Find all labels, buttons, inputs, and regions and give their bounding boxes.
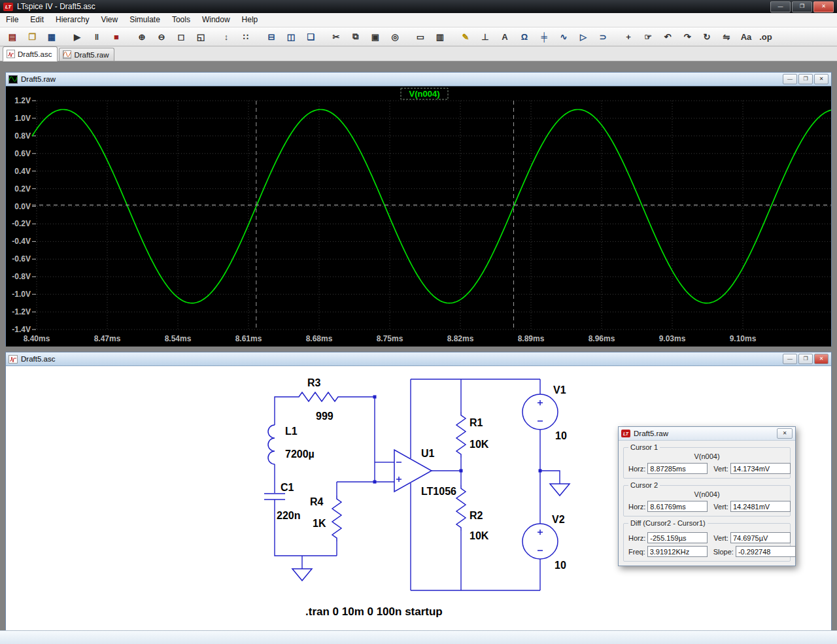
run-button[interactable]: ▶ — [68, 29, 86, 44]
freq-field[interactable] — [647, 546, 708, 557]
schematic-maximize-button[interactable]: ❐ — [798, 354, 813, 364]
trace-vn004[interactable] — [32, 110, 831, 303]
menu-tools[interactable]: Tools — [166, 13, 196, 27]
component-button[interactable]: ⊃ — [594, 29, 612, 44]
label-v1-value[interactable]: 10 — [555, 430, 567, 441]
wire-c1-gnd[interactable] — [275, 500, 337, 556]
net-label-button[interactable]: A — [496, 29, 514, 44]
schematic-minimize-button[interactable]: — — [783, 354, 797, 364]
ground-button[interactable]: ⊥ — [476, 29, 494, 44]
copy-button[interactable]: ⧉ — [347, 29, 365, 44]
slope-field[interactable] — [736, 546, 796, 557]
schematic-window-titlebar[interactable]: Draft5.asc — ❐ ✕ — [6, 352, 831, 366]
menu-window[interactable]: Window — [196, 13, 236, 27]
open-file-button[interactable]: ❐ — [23, 29, 41, 44]
pause-button[interactable]: ‖ — [88, 29, 106, 44]
menu-simulate[interactable]: Simulate — [124, 13, 166, 27]
label-v1-name[interactable]: V1 — [553, 384, 566, 396]
opamp-U1[interactable] — [394, 379, 461, 590]
tile-vertical-button[interactable]: ◫ — [282, 29, 300, 44]
label-v2-value[interactable]: 10 — [555, 560, 566, 571]
cascade-button[interactable]: ❏ — [301, 29, 320, 44]
cut-button[interactable]: ✂ — [327, 29, 345, 44]
print-button[interactable]: ▥ — [431, 29, 449, 44]
restore-button[interactable]: ❐ — [792, 1, 812, 12]
label-l1-name[interactable]: L1 — [285, 426, 298, 437]
wire-pencil-button[interactable]: ✎ — [456, 29, 475, 44]
cursor-dialog-close-button[interactable]: ✕ — [777, 428, 793, 439]
close-button[interactable]: ✕ — [813, 1, 834, 12]
label-r4-name[interactable]: R4 — [310, 496, 324, 507]
menu-help[interactable]: Help — [236, 13, 264, 27]
menu-hierarchy[interactable]: Hierarchy — [50, 13, 95, 27]
waveform-close-button[interactable]: ✕ — [814, 74, 828, 84]
minimize-button[interactable]: — — [770, 1, 791, 12]
label-u1-value[interactable]: LT1056 — [421, 486, 456, 497]
halt-button[interactable]: ■ — [107, 29, 126, 44]
wire-tank-top[interactable] — [275, 397, 296, 425]
menu-view[interactable]: View — [95, 13, 124, 27]
label-u1-name[interactable]: U1 — [421, 448, 435, 459]
label-r4-value[interactable]: 1K — [313, 518, 326, 529]
diode-button[interactable]: ▷ — [574, 29, 592, 44]
waveform-plot[interactable]: 1.2V1.0V0.8V0.6V0.4V0.2V0.0V-0.2V-0.4V-0… — [6, 86, 831, 347]
resistor-button[interactable]: Ω — [515, 29, 534, 44]
find-button[interactable]: ◎ — [386, 29, 404, 44]
tab-draft5-asc[interactable]: Draft5.asc — [3, 46, 58, 61]
ground-symbol-right[interactable] — [540, 471, 570, 496]
label-c1-value[interactable]: 220n — [277, 510, 300, 521]
diff-horz-field[interactable] — [647, 532, 708, 543]
label-l1-value[interactable]: 7200µ — [285, 449, 315, 460]
capacitor-button[interactable]: ╪ — [535, 29, 553, 44]
cursor2-vert-field[interactable] — [730, 501, 791, 512]
schematic-close-button[interactable]: ✕ — [814, 354, 828, 364]
autorange-button[interactable]: ↕ — [217, 29, 235, 44]
menu-edit[interactable]: Edit — [24, 13, 50, 27]
resistor-R2[interactable] — [456, 471, 466, 590]
waveform-maximize-button[interactable]: ❐ — [798, 74, 813, 84]
ground-symbol-left[interactable] — [292, 569, 312, 581]
redo-button[interactable]: ↷ — [678, 29, 696, 44]
move-button[interactable]: + — [619, 29, 638, 44]
resistor-R1[interactable] — [456, 379, 466, 471]
tile-horizontal-button[interactable]: ⊟ — [262, 29, 281, 44]
voltage-source-V2[interactable] — [522, 471, 558, 590]
label-r2-name[interactable]: R2 — [470, 510, 483, 521]
label-v2-name[interactable]: V2 — [552, 514, 565, 525]
rotate-button[interactable]: ↻ — [698, 29, 716, 44]
save-button[interactable]: ▦ — [43, 29, 61, 44]
mirror-button[interactable]: ⇋ — [717, 29, 736, 44]
resistor-R4[interactable] — [332, 482, 341, 556]
label-c1-name[interactable]: C1 — [281, 482, 294, 493]
menu-file[interactable]: File — [0, 13, 24, 27]
zoom-out-button[interactable]: ⊖ — [152, 29, 171, 44]
spice-directive-button[interactable]: .op — [757, 29, 775, 44]
label-r3-name[interactable]: R3 — [307, 377, 321, 388]
undo-button[interactable]: ↶ — [658, 29, 677, 44]
waveform-minimize-button[interactable]: — — [783, 74, 797, 84]
zoom-area-button[interactable]: ◻ — [172, 29, 190, 44]
resistor-R3[interactable] — [296, 392, 375, 401]
new-schematic-button[interactable]: ▤ — [3, 29, 22, 44]
tab-draft5-raw[interactable]: Draft5.raw — [59, 48, 114, 61]
paste-button[interactable]: ▣ — [366, 29, 384, 44]
cursor-dialog-titlebar[interactable]: LT Draft5.raw ✕ — [619, 427, 795, 441]
print-preview-button[interactable]: ▭ — [411, 29, 430, 44]
zoom-in-button[interactable]: ⊕ — [133, 29, 151, 44]
spice-directive-text[interactable]: .tran 0 10m 0 100n startup — [305, 605, 443, 618]
inductor-button[interactable]: ∿ — [555, 29, 573, 44]
capacitor-C1[interactable] — [264, 494, 285, 500]
voltage-source-V1[interactable] — [522, 379, 558, 471]
grid-button[interactable]: ∷ — [237, 29, 255, 44]
label-r2-value[interactable]: 10K — [470, 530, 489, 541]
zoom-fit-button[interactable]: ◱ — [192, 29, 210, 44]
cursor2-horz-field[interactable] — [647, 501, 708, 512]
text-button[interactable]: Aa — [737, 29, 755, 44]
drag-button[interactable]: ☞ — [639, 29, 657, 44]
inductor-L1[interactable] — [268, 425, 275, 464]
label-r1-name[interactable]: R1 — [470, 417, 483, 428]
diff-vert-field[interactable] — [730, 532, 791, 543]
label-r3-value[interactable]: 999 — [316, 411, 333, 422]
cursor1-horz-field[interactable] — [647, 463, 708, 474]
waveform-plot-area[interactable]: 1.2V1.0V0.8V0.6V0.4V0.2V0.0V-0.2V-0.4V-0… — [6, 86, 831, 347]
